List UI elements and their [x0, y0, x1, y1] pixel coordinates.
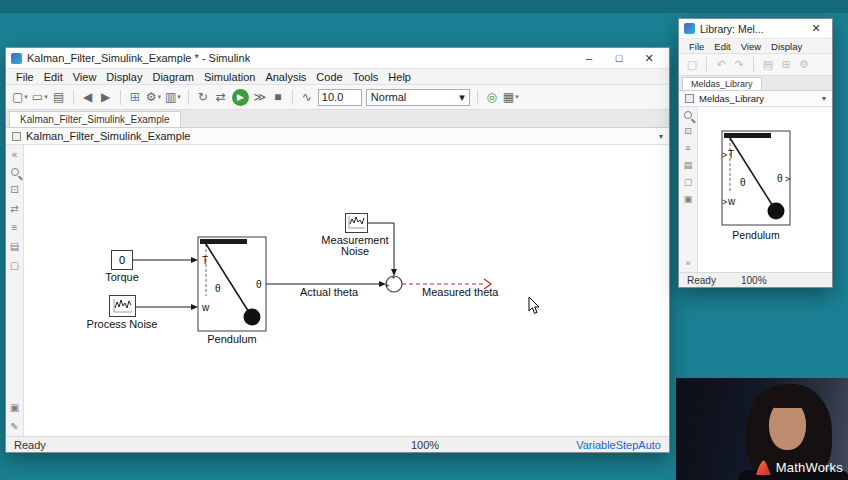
compare-button[interactable]: ⇄ [214, 88, 228, 106]
breadcrumb-item[interactable]: Kalman_Filter_Simulink_Example [26, 130, 190, 142]
menu-simulation[interactable]: Simulation [199, 71, 260, 83]
toolbar-separator [753, 57, 754, 72]
list-icon[interactable]: ≡ [12, 222, 18, 233]
toolbar-separator [73, 90, 74, 105]
menu-edit[interactable]: Edit [39, 71, 68, 83]
library-browser-icon[interactable]: ⊞ [779, 56, 793, 74]
blank-icon[interactable]: ▢ [684, 177, 693, 187]
refresh-button[interactable]: ↻ [196, 88, 210, 106]
fit-view-icon[interactable]: ⊡ [684, 126, 692, 136]
breadcrumb-item[interactable]: Meldas_Library [699, 93, 764, 104]
signal-line-measurement-noise[interactable] [368, 223, 394, 270]
port-label-T: T [202, 255, 208, 266]
port-label-T: T [728, 149, 734, 160]
library-menubar: File Edit View Display [679, 39, 832, 54]
sim-stop-time-input[interactable] [318, 89, 362, 106]
process-noise-block[interactable] [109, 295, 136, 317]
open-button[interactable]: ▭▾ [32, 88, 48, 106]
toolbar-separator [292, 90, 293, 105]
menu-help[interactable]: Help [383, 71, 416, 83]
back-button[interactable]: ◀ [81, 88, 95, 106]
measurement-noise-block[interactable] [345, 213, 368, 233]
process-noise-label[interactable]: Process Noise [87, 318, 158, 330]
build-button[interactable]: ▦▾ [503, 88, 519, 106]
actual-theta-label[interactable]: Actual theta [300, 286, 358, 298]
menu-display[interactable]: Display [766, 41, 807, 52]
frame-icon[interactable]: ▣ [684, 194, 693, 204]
menu-display[interactable]: Display [101, 71, 147, 83]
menu-tools[interactable]: Tools [348, 71, 384, 83]
breadcrumb-dropdown-icon[interactable]: ▾ [822, 94, 826, 103]
fit-view-icon[interactable]: ⊡ [10, 184, 18, 195]
solver-name[interactable]: VariableStepAuto [576, 439, 661, 451]
save-button[interactable]: ▤ [52, 88, 66, 106]
menu-code[interactable]: Code [311, 71, 347, 83]
menu-edit[interactable]: Edit [709, 41, 735, 52]
library-canvas[interactable]: > T > w θ > θ Pendulum [698, 107, 832, 272]
library-tab[interactable]: Meldas_Library [682, 77, 762, 90]
menu-diagram[interactable]: Diagram [147, 71, 199, 83]
maximize-button[interactable]: □ [604, 49, 634, 68]
new-model-button[interactable]: ▢▾ [12, 88, 28, 106]
zoom-icon[interactable] [684, 111, 692, 119]
torque-value: 0 [119, 254, 125, 266]
measurement-noise-label-2[interactable]: Noise [341, 245, 369, 257]
layers-icon[interactable]: ▤ [10, 241, 19, 252]
torque-label[interactable]: Torque [105, 271, 139, 283]
menu-view[interactable]: View [68, 71, 102, 83]
model-tab[interactable]: Kalman_Filter_Simulink_Example [9, 111, 181, 127]
minimize-button[interactable]: – [574, 49, 604, 68]
hide-browser-icon[interactable]: « [12, 149, 18, 160]
status-text: Ready [14, 439, 46, 451]
gear-icon[interactable]: ⚙ [797, 56, 811, 74]
model-icon [12, 132, 21, 141]
sim-mode-select[interactable]: Normal▾ [366, 89, 470, 106]
menu-file[interactable]: File [684, 41, 709, 52]
step-forward-button[interactable]: ≫ [253, 88, 267, 106]
noise-waveform-icon [110, 296, 135, 316]
forward-button[interactable]: ▶ [99, 88, 113, 106]
pendulum-ceiling [724, 133, 771, 138]
library-browser-button[interactable]: ⊞ [128, 88, 142, 106]
frame-icon[interactable]: ▣ [10, 402, 19, 413]
layers-icon[interactable]: ▤ [761, 56, 775, 74]
library-window-title: Library: Mel... [700, 23, 764, 35]
menu-file[interactable]: File [11, 71, 39, 83]
model-settings-button[interactable]: ⚙▾ [146, 88, 161, 106]
run-button[interactable]: ▶ [232, 89, 249, 106]
tab-bar: Kalman_Filter_Simulink_Example [6, 110, 669, 128]
zoom-icon[interactable] [11, 168, 19, 176]
sum-plus-left: + [385, 281, 390, 290]
annotation-icon[interactable]: ✎ [10, 421, 18, 432]
port-label-theta-out: θ [777, 173, 783, 184]
toolbar-separator [120, 90, 121, 105]
library-close-button[interactable]: ✕ [805, 19, 827, 38]
menu-view[interactable]: View [736, 41, 766, 52]
menu-analysis[interactable]: Analysis [260, 71, 311, 83]
pendulum-label[interactable]: Pendulum [207, 333, 257, 345]
close-button[interactable]: ✕ [634, 49, 664, 68]
blank-icon[interactable]: ▢ [10, 260, 19, 271]
output-port-chevron: > [785, 174, 790, 184]
breadcrumb-dropdown-icon[interactable]: ▾ [659, 132, 663, 141]
measured-theta-label[interactable]: Measured theta [422, 286, 498, 298]
library-content: ⊡ ≡ ▤ ▢ ▣ » > T > w θ [679, 107, 832, 272]
update-diagram-button[interactable]: ◎ [485, 88, 499, 106]
stop-button[interactable]: ■ [271, 88, 285, 106]
torque-block[interactable]: 0 [111, 250, 133, 270]
list-icon[interactable]: ≡ [685, 143, 690, 153]
model-canvas[interactable]: T w θ θ + + 0 Torque [24, 145, 669, 436]
library-left-palette: ⊡ ≡ ▤ ▢ ▣ » [679, 107, 698, 272]
new-icon[interactable]: ▢ [685, 56, 699, 74]
compare-icon[interactable]: ⇄ [10, 203, 18, 214]
redo-icon[interactable]: ↷ [732, 56, 746, 74]
status-text: Ready [687, 275, 716, 286]
simulink-icon [11, 53, 22, 64]
webcam-video: MathWorks [676, 378, 848, 480]
expand-icon[interactable]: » [685, 258, 690, 268]
pendulum-label[interactable]: Pendulum [732, 229, 779, 241]
model-config-button[interactable]: ▥▾ [165, 88, 181, 106]
scope-icon: ∿ [300, 88, 314, 106]
layers-icon[interactable]: ▤ [684, 160, 693, 170]
undo-icon[interactable]: ↶ [714, 56, 728, 74]
